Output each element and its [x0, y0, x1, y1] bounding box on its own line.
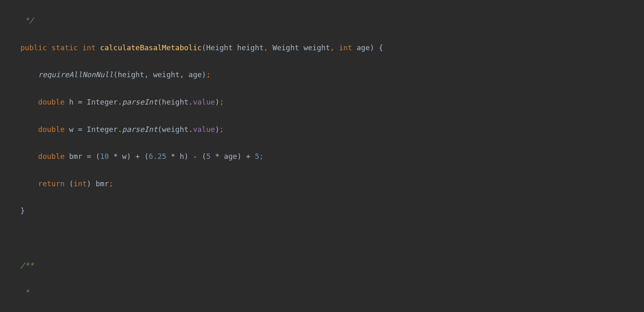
keyword: static [51, 43, 78, 52]
keyword: int [73, 179, 87, 188]
brace: { [374, 43, 383, 52]
code-line: /** [20, 259, 644, 272]
code-line: requireAllNonNull(height, weight, age); [20, 68, 644, 81]
code-line: double w = Integer.parseInt(weight.value… [20, 123, 644, 136]
param-name: age [357, 43, 370, 52]
field: value [193, 125, 215, 134]
semicolon: ; [206, 70, 211, 79]
paren: ) [370, 43, 374, 52]
comment-end: */ [20, 16, 34, 25]
param-type: Weight [273, 43, 299, 52]
method-call: requireAllNonNull [38, 70, 113, 79]
text: (weight. [158, 125, 193, 134]
paren: ( [202, 43, 206, 52]
javadoc-open: /** [20, 261, 34, 270]
semicolon: ; [220, 98, 224, 106]
param-name: height [237, 43, 264, 52]
text: = ( [82, 152, 100, 160]
number: 10 [100, 152, 109, 160]
variable: h [69, 98, 73, 106]
method-call: parseInt [122, 98, 158, 106]
text: ) [215, 98, 220, 106]
method-name: calculateBasalMetabolic [100, 43, 202, 52]
field: value [193, 98, 215, 106]
javadoc-star: * [20, 288, 29, 296]
keyword: public [20, 43, 47, 52]
keyword: double [38, 125, 64, 134]
semicolon: ; [259, 152, 264, 160]
text: * h) - ( [167, 152, 207, 160]
text: = Integer. [73, 98, 122, 106]
comma: , [264, 43, 268, 52]
number: 5 [206, 152, 211, 160]
code-line: } [20, 204, 644, 217]
code-line: public static int calculateBasalMetaboli… [20, 41, 644, 54]
code-line: double bmr = (10 * w) + (6.25 * h) - (5 … [20, 149, 644, 163]
semicolon: ; [109, 179, 113, 188]
code-line: double h = Integer.parseInt(height.value… [20, 95, 644, 109]
param-name: weight [304, 43, 330, 52]
param-type: int [339, 43, 352, 52]
text: * age) + [211, 152, 255, 160]
number: 6.25 [149, 152, 166, 160]
text: ) bmr [87, 179, 109, 188]
comma: , [330, 43, 335, 52]
keyword: double [38, 98, 64, 106]
keyword: double [38, 152, 64, 160]
semicolon: ; [220, 125, 224, 134]
args: (height, weight, age) [113, 70, 207, 79]
code-line: return (int) bmr; [20, 177, 644, 190]
blank-line [20, 231, 644, 245]
text: ( [64, 179, 73, 188]
brace: } [20, 206, 25, 215]
keyword: return [38, 179, 64, 188]
text: * w) + ( [109, 152, 149, 160]
variable: w [69, 125, 73, 134]
text: ) [215, 125, 220, 134]
code-line: */ [20, 13, 644, 27]
number: 5 [255, 152, 259, 160]
code-editor[interactable]: */ public static int calculateBasalMetab… [0, 0, 644, 312]
text: = Integer. [73, 125, 122, 134]
text: (height. [158, 98, 193, 106]
code-line: * [20, 285, 644, 299]
method-call: parseInt [122, 125, 158, 134]
param-type: Height [206, 43, 233, 52]
keyword: int [82, 43, 96, 52]
variable: bmr [69, 152, 82, 160]
